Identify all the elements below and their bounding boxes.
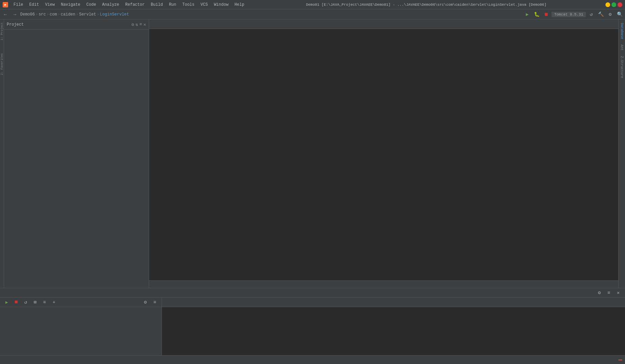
breadcrumb-item-demo06[interactable]: Demo06 [20, 12, 35, 17]
breadcrumb-item-com[interactable]: com [50, 12, 57, 17]
bottom-content: ▶ ⏹ ↺ ⊞ ≡ + ⚙ ≡ [0, 298, 625, 355]
menu-item-refactor[interactable]: Refactor [122, 2, 147, 8]
menu-item-code[interactable]: Code [84, 2, 99, 8]
app-icon: ▶ [3, 2, 8, 7]
toolbar-forward-button[interactable]: → [11, 10, 19, 19]
svc-filter-btn[interactable]: ⊞ [31, 298, 39, 306]
breadcrumb-item-caiden[interactable]: caiden [61, 12, 75, 17]
close-button[interactable] [618, 2, 622, 7]
title-bar: ▶ FileEditViewNavigateCodeAnalyzeRefacto… [0, 0, 625, 9]
breadcrumb-sep: › [97, 12, 99, 17]
breadcrumb-sep: › [35, 12, 38, 17]
refresh-button[interactable]: ↺ [587, 10, 595, 19]
status-bar [0, 355, 625, 364]
breadcrumb-item-servlet[interactable]: Servlet [79, 12, 96, 17]
svc-add-btn[interactable]: + [50, 298, 58, 306]
svc-stop-btn[interactable]: ⏹ [12, 298, 20, 306]
breadcrumb-sep: › [58, 12, 60, 17]
project-title: Project [7, 22, 130, 27]
breadcrumb-item-src[interactable]: src [38, 12, 46, 17]
menu-bar[interactable]: FileEditViewNavigateCodeAnalyzeRefactorB… [11, 2, 247, 8]
code-content [149, 29, 618, 280]
window-title: Demo01 [E:\JAVA_Project\JAVAEE\Demo01] -… [250, 3, 603, 7]
bottom-panel-settings[interactable]: ⚙ [595, 289, 603, 297]
project-tree [4, 30, 149, 288]
right-tab-database[interactable]: Database [619, 21, 624, 41]
project-expand-icon[interactable]: ⇅ [136, 22, 138, 27]
services-panel: ▶ ⏹ ↺ ⊞ ≡ + ⚙ ≡ [0, 298, 162, 355]
left-panel-favorites-label[interactable]: 2: Favorites [0, 52, 4, 77]
bottom-panel-header: ⚙ ≡ ✕ [0, 288, 625, 298]
bottom-panel-options[interactable]: ≡ [605, 289, 613, 297]
status-temp [618, 360, 622, 360]
menu-item-analyze[interactable]: Analyze [100, 2, 122, 8]
stop-button[interactable]: ⏹ [542, 10, 550, 19]
svc-restart-btn[interactable]: ↺ [22, 298, 30, 306]
editor-area [149, 20, 618, 288]
window-controls [605, 2, 622, 7]
output-label [165, 308, 622, 310]
build-button[interactable]: 🔨 [597, 10, 605, 19]
left-tool-panel: 1: Project 2: Favorites [0, 20, 4, 288]
bottom-panel: ⚙ ≡ ✕ ▶ ⏹ ↺ ⊞ ≡ + ⚙ ≡ [0, 288, 625, 355]
right-sidebar: Database Ant Z-Structure [618, 20, 625, 288]
editor-tabs [149, 20, 618, 29]
settings-button[interactable]: ⚙ [606, 10, 614, 19]
menu-item-run[interactable]: Run [166, 2, 179, 8]
minimize-button[interactable] [605, 2, 610, 7]
output-content [162, 307, 625, 355]
breadcrumb-sep: › [47, 12, 49, 17]
main-layout: 1: Project 2: Favorites Project ⚙ ⇅ ≡ ✕ [0, 20, 625, 288]
svc-settings-btn[interactable]: ⚙ [141, 298, 149, 306]
menu-item-help[interactable]: Help [232, 2, 247, 8]
menu-item-build[interactable]: Build [148, 2, 166, 8]
toolbar-back-button[interactable]: ← [1, 10, 9, 19]
search-button[interactable]: 🔍 [616, 10, 624, 19]
status-right [605, 360, 622, 360]
output-tabs [162, 298, 625, 307]
project-gear-icon[interactable]: ≡ [139, 22, 142, 27]
project-close-icon[interactable]: ✕ [143, 22, 146, 27]
toolbar: ← → Demo06 › src › com › caiden › Servle… [0, 9, 625, 20]
bottom-panel-close[interactable]: ✕ [614, 289, 622, 297]
code-editor[interactable] [149, 29, 618, 280]
services-tree [0, 307, 162, 355]
bottom-breadcrumb [149, 280, 618, 288]
project-settings-icon[interactable]: ⚙ [132, 22, 134, 27]
menu-item-file[interactable]: File [11, 2, 26, 8]
menu-item-tools[interactable]: Tools [180, 2, 197, 8]
breadcrumb-sep: › [76, 12, 78, 17]
run-config-selector[interactable]: Tomcat 8.5.31 [551, 12, 586, 17]
project-header: Project ⚙ ⇅ ≡ ✕ [4, 20, 149, 30]
maximize-button[interactable] [612, 2, 616, 7]
project-header-icons: ⚙ ⇅ ≡ ✕ [132, 22, 146, 27]
menu-item-edit[interactable]: Edit [27, 2, 42, 8]
debug-button[interactable]: 🐛 [533, 10, 541, 19]
left-panel-project-label[interactable]: 1: Project [0, 21, 4, 42]
output-panel [162, 298, 625, 355]
project-panel: Project ⚙ ⇅ ≡ ✕ [4, 20, 149, 288]
menu-item-view[interactable]: View [42, 2, 58, 8]
right-tab-structure[interactable]: Z-Structure [619, 54, 624, 80]
menu-item-window[interactable]: Window [211, 2, 231, 8]
right-tab-ant[interactable]: Ant [619, 42, 624, 53]
toolbar-right: ▶ 🐛 ⏹ Tomcat 8.5.31 ↺ 🔨 ⚙ 🔍 [523, 10, 624, 19]
svc-view-btn[interactable]: ≡ [40, 298, 49, 306]
services-header: ▶ ⏹ ↺ ⊞ ≡ + ⚙ ≡ [0, 298, 162, 307]
menu-item-navigate[interactable]: Navigate [58, 2, 83, 8]
breadcrumb-item-loginservlet[interactable]: LoginServlet [100, 12, 129, 17]
run-button[interactable]: ▶ [523, 10, 531, 19]
svc-run-btn[interactable]: ▶ [3, 298, 11, 306]
bottom-panel-tools: ⚙ ≡ ✕ [595, 289, 622, 297]
svc-options-btn[interactable]: ≡ [151, 298, 159, 306]
breadcrumb: Demo06 › src › com › caiden › Servlet › … [20, 12, 129, 17]
menu-item-vcs[interactable]: VCS [198, 2, 211, 8]
